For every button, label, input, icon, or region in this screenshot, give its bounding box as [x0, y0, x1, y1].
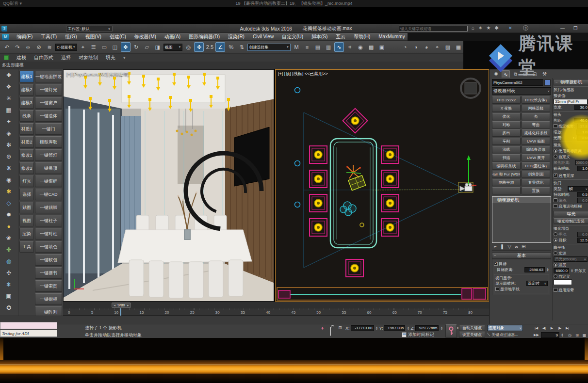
render-toolbar-icon[interactable]: ◔ [400, 42, 410, 52]
time-config-icon[interactable]: ⊞ [574, 332, 580, 338]
plugin-toolbar-icon[interactable]: ◈ [0, 128, 17, 139]
toolbar-icon[interactable]: ▱ [142, 42, 152, 52]
search-input[interactable]: 键入关键字或短语 [399, 26, 468, 32]
target-ev-radio[interactable] [554, 238, 557, 242]
script-category-button[interactable]: 修改1 [19, 149, 34, 161]
plugin-toolbar-icon[interactable]: ✱ [0, 186, 17, 197]
shutter-type-dropdown[interactable]: 帧∨ [568, 186, 588, 192]
stack-item[interactable]: 物理摄影机 [492, 197, 551, 203]
modifier-button[interactable]: FFD(长方体) [522, 96, 550, 104]
render-toolbar-icon[interactable]: ▦ [454, 42, 463, 52]
modifier-button[interactable]: FFD 2x2x2 [492, 96, 521, 104]
player-app-name[interactable]: QQ影音 ▾ [3, 0, 22, 7]
ribbon-collapse-icon[interactable]: ▾ [123, 55, 126, 60]
temperature-field[interactable]: 6500.0 [554, 268, 569, 273]
menu-item[interactable]: 动画(A) [163, 33, 181, 40]
titlebar-icon[interactable]: ✱ [494, 25, 498, 31]
offset-checkbox[interactable] [554, 198, 557, 202]
manual-field[interactable]: 6.0 [577, 232, 588, 237]
toolbar-icon[interactable]: ▭ [99, 42, 109, 52]
ribbon-tab[interactable]: 填充 [106, 54, 115, 61]
menu-item[interactable]: 脚本(S) [310, 33, 328, 40]
plugin-toolbar-icon[interactable]: ⊕ [0, 151, 17, 162]
modifier-button[interactable]: 壳 [522, 113, 550, 120]
menu-item[interactable]: 帮助(H) [353, 33, 371, 40]
toolbar-icon[interactable]: ▥ [324, 42, 333, 52]
motion-blur-checkbox[interactable] [554, 204, 557, 208]
spinner-icon[interactable]: ▲▼ [440, 326, 443, 330]
maxscript-listener-pink[interactable] [0, 322, 57, 329]
viewport-label-camera[interactable]: [+] [PhysCamera002] [明暗处理] [66, 71, 129, 78]
script-category-button[interactable]: 修改2 [19, 162, 34, 174]
plugin-toolbar-icon[interactable]: ❄ [0, 279, 17, 290]
menu-item[interactable]: 修改器(M) [133, 33, 157, 40]
plugin-toolbar-icon[interactable]: ✚ [0, 69, 17, 81]
script-action-button[interactable]: 一键吊顶 [35, 162, 62, 174]
modifier-button[interactable]: 扫描 [492, 154, 521, 161]
script-action-button[interactable]: 一键柱子 [35, 215, 62, 226]
plugin-toolbar-icon[interactable]: ▦ [0, 104, 17, 116]
script-action-button[interactable]: 一键索页 [35, 280, 62, 292]
width-field[interactable]: 36.0 [574, 105, 588, 110]
ribbon-tab[interactable]: 选择 [61, 54, 71, 61]
toolbar-icon[interactable]: ⊘ [34, 42, 44, 52]
add-time-tag[interactable]: 添加时间标记 [402, 332, 434, 338]
toolbar-icon[interactable]: % [226, 42, 236, 52]
ribbon-tab[interactable]: 自由形式 [34, 54, 53, 61]
modifier-button[interactable]: 置换 [522, 187, 550, 194]
script-category-button[interactable]: 灯光 [19, 176, 34, 187]
spinner-icon[interactable]: ▲▼ [561, 333, 564, 337]
workspace-dropdown[interactable]: 工作区: 默认 ▼ [66, 26, 113, 32]
playback-button[interactable]: |▶ [556, 325, 563, 331]
duration-field[interactable]: 0.5 [577, 192, 588, 197]
menu-item[interactable]: Civil View [252, 34, 275, 39]
plugin-toolbar-icon[interactable]: ◍ [0, 255, 17, 267]
menu-item[interactable]: MaxMummy [377, 34, 406, 39]
target-checkbox[interactable] [494, 262, 498, 266]
time-config-icon[interactable]: ◷ [567, 332, 573, 338]
modifier-button[interactable]: X 变换 [492, 105, 521, 112]
plugin-toolbar-icon[interactable]: ◇ [0, 197, 17, 209]
focus-custom-radio[interactable] [554, 155, 557, 159]
spinner-icon[interactable]: ▲▼ [407, 326, 409, 330]
modifier-button[interactable]: 车削 [492, 138, 521, 145]
modifier-button[interactable] [492, 187, 521, 194]
viewport-camera[interactable]: [+] [PhysCamera002] [明暗处理] [63, 69, 274, 302]
exposure-rollout-header[interactable]: 曝光 [554, 211, 588, 217]
fov-checkbox[interactable] [554, 124, 557, 128]
stack-toolbar-icon[interactable]: ⊞ [522, 244, 525, 249]
spinner-icon[interactable]: ▲▼ [376, 326, 378, 330]
offset-field[interactable]: 0.0 [577, 198, 588, 203]
plugin-toolbar-icon[interactable]: ✳ [0, 93, 17, 104]
a360-icon[interactable]: ✕ [508, 26, 512, 31]
preset-dropdown[interactable]: 35mm (Full Fr [554, 99, 588, 104]
custom-wb-radio[interactable] [554, 274, 557, 278]
script-action-button[interactable]: 一键摆书 [35, 267, 62, 279]
prev-frame-icon[interactable]: ◄ [113, 304, 116, 307]
script-category-button[interactable]: 材质2 [19, 136, 34, 148]
plugin-toolbar-icon[interactable]: ❋ [0, 162, 17, 174]
menu-item[interactable]: 互云 [335, 33, 346, 40]
render-toolbar-icon[interactable]: ▨ [443, 42, 453, 52]
playback-button[interactable]: ◀| [540, 325, 548, 331]
titlebar-icon[interactable]: ★ [486, 25, 490, 31]
go-to-end-icon[interactable]: ▶▶ [533, 332, 540, 338]
spinner-icon[interactable]: ▲▼ [571, 269, 573, 272]
selection-set-dropdown[interactable]: 选定对象∨ [487, 325, 523, 331]
toolbar-icon[interactable]: ≋ [45, 42, 54, 52]
y-coord-field[interactable]: 1967.085 [384, 325, 405, 331]
toolbar-icon[interactable]: ◎ [183, 42, 193, 52]
script-action-button[interactable]: 一键窗户 [35, 97, 62, 109]
max-window-icon[interactable]: 3 [1, 26, 7, 32]
focus-distance-field[interactable]: 5000.0 [575, 160, 588, 165]
focus-target-radio[interactable] [554, 149, 557, 153]
stack-toolbar-icon[interactable]: ▽ [507, 244, 511, 249]
maximize-button[interactable]: ❒ [573, 26, 577, 31]
render-toolbar-icon[interactable]: ◑ [411, 42, 421, 52]
track-bar[interactable]: 05101520253035404550556065707580 [63, 308, 489, 316]
script-category-button[interactable]: 线条 [19, 110, 34, 122]
playback-button[interactable]: ▶| [564, 325, 571, 331]
ribbon-tab[interactable]: 对象绘制 [79, 54, 98, 61]
modifier-button[interactable]: 编辑多边形 [522, 146, 550, 153]
titlebar-icon[interactable]: ⌂ [472, 25, 474, 31]
